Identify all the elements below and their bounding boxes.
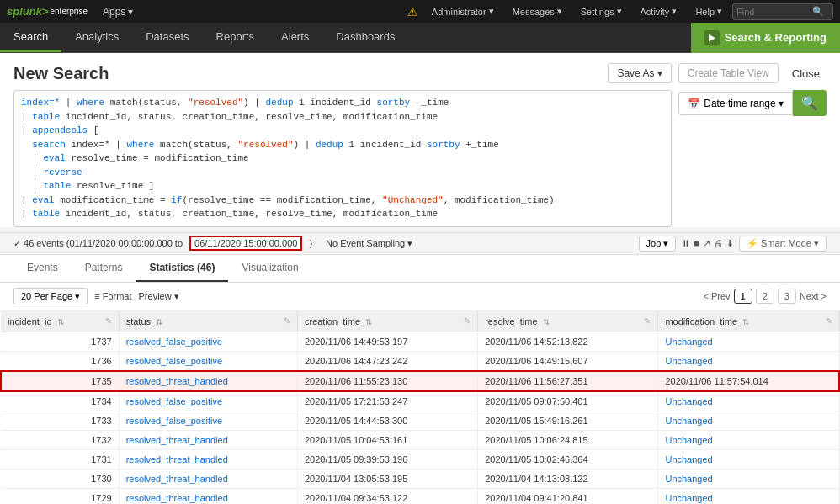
status-right: Job ▾ ⏸ ■ ↗ 🖨 ⬇ ⚡ Smart Mode ▾ [639,236,827,252]
query-line-7: | table resolve_time ] [21,179,664,194]
query-line-1: index=* | where match(status, "resolved"… [21,96,664,110]
query-line-2: | table incident_id, status, creation_ti… [21,110,664,125]
stop-icon[interactable]: ■ [694,238,699,248]
apps-menu[interactable]: Apps ▾ [94,0,141,23]
table-row: 1730resolved_threat_handled2020/11/04 13… [1,469,839,488]
table-row: 1733resolved_false_positive2020/11/05 14… [1,411,839,430]
tab-search[interactable]: Search [0,23,61,52]
col-modification-time[interactable]: modification_time ⇅ ✎ [658,311,839,332]
table-cell: 1737 [1,332,119,351]
tab-dashboards[interactable]: Dashboards [322,23,408,52]
search-input-box[interactable]: index=* | where match(status, "resolved"… [13,90,672,227]
tab-alerts[interactable]: Alerts [268,23,322,52]
date-range-button[interactable]: 📅 Date time range ▾ [678,92,793,115]
table-cell: 1729 [1,488,119,504]
query-line-6: | reverse [21,166,664,180]
search-go-button[interactable]: 🔍 [793,90,827,116]
table-cell: 2020/11/05 09:07:50.401 [478,391,658,411]
print-icon[interactable]: 🖨 [714,238,723,248]
page-3-button[interactable]: 3 [778,289,796,304]
tab-visualization[interactable]: Visualization [228,255,311,282]
table-cell: Unchanged [658,391,839,411]
page-content: New Search Save As ▾ Create Table View C… [0,53,840,227]
help-caret-icon: ▾ [717,6,722,17]
table-cell: 2020/11/06 14:47:23.242 [297,351,477,371]
col-resolve-time[interactable]: resolve_time ⇅ ✎ [478,311,658,332]
table-cell: 2020/11/04 09:34:53.122 [297,488,477,504]
table-cell: 1734 [1,391,119,411]
create-table-button[interactable]: Create Table View [678,63,779,83]
splunk-logo-text: splunk> [7,5,49,18]
find-input[interactable] [736,7,812,17]
format-button[interactable]: ≡ Format [94,291,131,301]
sampling-dropdown[interactable]: No Event Sampling ▾ [326,238,412,249]
search-reporting-icon: ▶ [704,30,720,45]
save-as-button[interactable]: Save As ▾ [608,63,671,83]
table-cell: Unchanged [658,449,839,469]
find-search-icon: 🔍 [812,6,824,17]
table-cell: Unchanged [658,411,839,430]
search-area: index=* | where match(status, "resolved"… [13,90,827,227]
col-creation-time[interactable]: creation_time ⇅ ✎ [297,311,477,332]
search-reporting-button[interactable]: ▶ Search & Reporting [691,23,840,53]
tab-datasets[interactable]: Datasets [132,23,202,52]
tab-analytics[interactable]: Analytics [61,23,132,52]
table-cell: 2020/11/05 14:44:53.300 [297,411,477,430]
table-row: 1732resolved_threat_handled2020/11/05 10… [1,430,839,449]
events-suffix: ) [309,238,312,248]
close-button[interactable]: Close [785,64,827,83]
table-cell: 2020/11/05 10:02:46.364 [478,449,658,469]
table-cell: 2020/11/06 14:49:15.607 [478,351,658,371]
download-icon[interactable]: ⬇ [726,238,734,249]
messages-menu[interactable]: Messages ▾ [504,0,571,23]
table-header-row: incident_id ⇅ ✎ status ⇅ ✎ creation_time… [1,311,839,332]
table-cell: 2020/11/05 15:49:16.261 [478,411,658,430]
preview-button[interactable]: Preview ▾ [139,291,179,302]
settings-menu[interactable]: Settings ▾ [572,0,630,23]
page-1-button[interactable]: 1 [734,289,752,304]
smart-mode-button[interactable]: ⚡ Smart Mode ▾ [739,236,827,252]
per-page-button[interactable]: 20 Per Page ▾ [13,288,88,305]
tab-patterns[interactable]: Patterns [72,255,136,282]
activity-caret-icon: ▾ [672,6,677,17]
table-cell: 2020/11/05 10:04:53.161 [297,430,477,449]
prev-page-button[interactable]: < Prev [703,291,730,301]
col-incident-id[interactable]: incident_id ⇅ ✎ [1,311,119,332]
table-cell: 2020/11/05 09:39:53.196 [297,449,477,469]
results-table: incident_id ⇅ ✎ status ⇅ ✎ creation_time… [0,311,840,505]
status-icons: ⏸ ■ ↗ 🖨 ⬇ [681,238,734,249]
table-cell: resolved_threat_handled [119,371,297,391]
tab-reports[interactable]: Reports [203,23,268,52]
events-count: ✓ 46 events (01/11/2020 00:00:00.000 to [13,238,183,249]
table-cell: Unchanged [658,332,839,351]
table-cell: 1733 [1,411,119,430]
table-cell: resolved_threat_handled [119,449,297,469]
find-box[interactable]: 🔍 [732,3,833,20]
table-cell: 2020/11/06 14:52:13.822 [478,332,658,351]
results-table-wrap: incident_id ⇅ ✎ status ⇅ ✎ creation_time… [0,311,840,505]
table-cell: Unchanged [658,430,839,449]
table-cell: Unchanged [658,351,839,371]
admin-menu[interactable]: Administrator ▾ [423,0,502,23]
table-cell: 2020/11/06 11:55:23.130 [297,371,477,391]
search-right-controls: 📅 Date time range ▾ 🔍 [678,90,827,116]
warning-icon: ⚠ [407,5,418,19]
messages-caret-icon: ▾ [557,6,562,17]
tab-statistics[interactable]: Statistics (46) [136,255,228,282]
col-status[interactable]: status ⇅ ✎ [119,311,297,332]
page-2-button[interactable]: 2 [756,289,774,304]
job-button[interactable]: Job ▾ [639,236,677,252]
table-cell: 2020/11/05 10:06:24.815 [478,430,658,449]
table-cell: 2020/11/04 13:05:53.195 [297,469,477,488]
help-menu[interactable]: Help ▾ [687,0,731,23]
tab-events[interactable]: Events [13,255,72,282]
table-row: 1736resolved_false_positive2020/11/06 14… [1,351,839,371]
table-row: 1729resolved_threat_handled2020/11/04 09… [1,488,839,504]
next-page-button[interactable]: Next > [800,291,827,301]
activity-menu[interactable]: Activity ▾ [632,0,686,23]
pause-icon[interactable]: ⏸ [681,238,690,248]
page-title: New Search [13,64,608,83]
share-icon[interactable]: ↗ [703,238,710,249]
table-cell: resolved_false_positive [119,391,297,411]
table-row: 1735resolved_threat_handled2020/11/06 11… [1,371,839,391]
